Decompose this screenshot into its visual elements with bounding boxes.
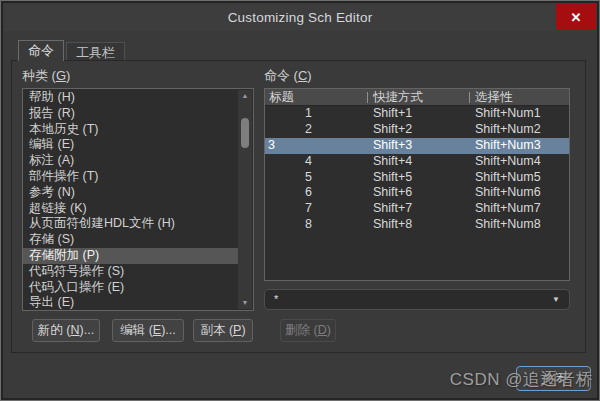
column-header-title[interactable]: 标题 [265, 89, 367, 105]
cell-title: 2 [265, 122, 367, 138]
list-item[interactable]: 标注 (A) [23, 153, 238, 169]
titlebar[interactable]: Customizing Sch Editor ✕ [4, 4, 596, 31]
list-item[interactable]: 部件操作 (T) [23, 169, 238, 185]
cell-title: 7 [265, 201, 367, 217]
list-item[interactable]: 报告 (R) [23, 106, 238, 122]
cell-title: 4 [265, 154, 367, 170]
cell-shortcut: Shift+3 [367, 138, 469, 154]
filter-value: * [274, 293, 278, 305]
table-row[interactable]: 3Shift+3Shift+Num3 [265, 138, 569, 154]
window-close-button[interactable]: ✕ [556, 4, 596, 30]
scroll-down-icon[interactable]: ▼ [238, 297, 252, 309]
cell-alt: Shift+Num1 [469, 106, 569, 122]
cell-shortcut: Shift+7 [367, 201, 469, 217]
commands-table-body: 1Shift+1Shift+Num12Shift+2Shift+Num23Shi… [265, 106, 569, 233]
categories-label: 种类 (G) [22, 67, 70, 85]
cell-alt: Shift+Num7 [469, 201, 569, 217]
cell-alt: Shift+Num5 [469, 170, 569, 186]
cell-alt: Shift+Num6 [469, 185, 569, 201]
cell-shortcut: Shift+4 [367, 154, 469, 170]
cell-shortcut: Shift+2 [367, 122, 469, 138]
cell-alt: Shift+Num3 [469, 138, 569, 154]
category-list: 帮助 (H)报告 (R)本地历史 (T)编辑 (E)标注 (A)部件操作 (T)… [23, 90, 238, 309]
cell-alt: Shift+Num4 [469, 154, 569, 170]
list-item[interactable]: 帮助 (H) [23, 90, 238, 106]
cell-alt: Shift+Num2 [469, 122, 569, 138]
dialog-customizing-sch-editor: Customizing Sch Editor ✕ 命令 工具栏 种类 (G) 帮… [0, 0, 600, 401]
list-item[interactable]: 编辑 (E) [23, 137, 238, 153]
list-item[interactable]: 存储 (S) [23, 232, 238, 248]
filter-dropdown[interactable]: * ▼ [264, 289, 570, 310]
commands-tab-panel: 种类 (G) 帮助 (H)报告 (R)本地历史 (T)编辑 (E)标注 (A)部… [11, 60, 586, 353]
cell-alt: Shift+Num8 [469, 217, 569, 233]
copy-button[interactable]: 副本 (P) [193, 319, 253, 342]
list-item[interactable]: 代码符号操作 (S) [23, 264, 238, 280]
category-scrollbar[interactable]: ▲ ▼ [238, 90, 252, 309]
table-row[interactable]: 4Shift+4Shift+Num4 [265, 154, 569, 170]
tab-toolbars[interactable]: 工具栏 [66, 42, 125, 60]
delete-button: 删除 (D) [280, 319, 336, 342]
list-item[interactable]: 从页面符创建HDL文件 (H) [23, 216, 238, 232]
new-button[interactable]: 新的 (N)... [32, 319, 100, 342]
cell-shortcut: Shift+5 [367, 170, 469, 186]
edit-button[interactable]: 编辑 (E)... [112, 319, 184, 342]
close-icon: ✕ [571, 10, 582, 25]
caret-down-icon: ▼ [552, 295, 560, 304]
cell-title: 8 [265, 217, 367, 233]
commands-table: 标题 快捷方式 选择性 1Shift+1Shift+Num12Shift+2Sh… [264, 88, 570, 281]
scrollbar-thumb[interactable] [241, 118, 249, 148]
cell-title: 3 [265, 138, 367, 154]
cell-title: 1 [265, 106, 367, 122]
table-row[interactable]: 8Shift+8Shift+Num8 [265, 217, 569, 233]
list-item[interactable]: 参考 (N) [23, 185, 238, 201]
list-item[interactable]: 本地历史 (T) [23, 122, 238, 138]
cell-title: 6 [265, 185, 367, 201]
table-row[interactable]: 5Shift+5Shift+Num5 [265, 170, 569, 186]
scroll-up-icon[interactable]: ▲ [238, 90, 252, 102]
column-header-alternative[interactable]: 选择性 [469, 89, 569, 105]
cell-shortcut: Shift+6 [367, 185, 469, 201]
list-item[interactable]: 代码入口操作 (E) [23, 280, 238, 296]
cell-shortcut: Shift+8 [367, 217, 469, 233]
tab-commands[interactable]: 命令 [18, 40, 64, 61]
table-row[interactable]: 7Shift+7Shift+Num7 [265, 201, 569, 217]
table-row[interactable]: 2Shift+2Shift+Num2 [265, 122, 569, 138]
cell-title: 5 [265, 170, 367, 186]
column-header-shortcut[interactable]: 快捷方式 [367, 89, 469, 105]
category-listbox: 帮助 (H)报告 (R)本地历史 (T)编辑 (E)标注 (A)部件操作 (T)… [22, 88, 254, 311]
watermark: CSDN @追逐者桥 [450, 368, 593, 391]
tab-bar: 命令 工具栏 [18, 40, 127, 60]
table-row[interactable]: 1Shift+1Shift+Num1 [265, 106, 569, 122]
list-item[interactable]: 超链接 (K) [23, 201, 238, 217]
list-item[interactable]: 存储附加 (P) [23, 248, 238, 264]
window-title: Customizing Sch Editor [228, 10, 373, 25]
cell-shortcut: Shift+1 [367, 106, 469, 122]
table-row[interactable]: 6Shift+6Shift+Num6 [265, 185, 569, 201]
commands-label: 命令 (C) [264, 67, 312, 85]
commands-table-header: 标题 快捷方式 选择性 [265, 89, 569, 106]
list-item[interactable]: 导出 (E) [23, 295, 238, 309]
